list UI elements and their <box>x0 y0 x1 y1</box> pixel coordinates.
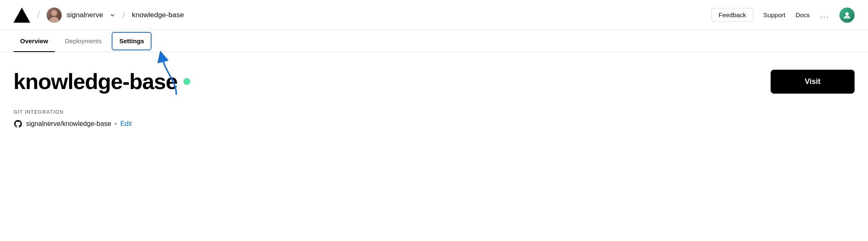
feedback-button[interactable]: Feedback <box>711 8 753 22</box>
tabs-bar: Overview Deployments Settings <box>0 30 868 52</box>
navbar-right: Feedback Support Docs ... <box>711 8 855 23</box>
user-menu-avatar[interactable] <box>839 8 855 23</box>
vercel-logo[interactable] <box>13 8 30 23</box>
status-indicator <box>183 78 190 85</box>
tab-overview[interactable]: Overview <box>13 30 55 52</box>
project-title: knowledge-base <box>13 69 178 94</box>
git-repo-row: signalnerve/knowledge-base • Edit <box>13 119 855 128</box>
tab-settings[interactable]: Settings <box>112 32 152 50</box>
project-title-row: knowledge-base <box>13 69 190 94</box>
tab-deployments[interactable]: Deployments <box>58 30 109 52</box>
separator-1: / <box>37 9 40 21</box>
username-label[interactable]: signalnerve <box>67 11 103 19</box>
navbar: / signalnerve / knowledge-base Feedback … <box>0 0 868 30</box>
github-icon <box>13 119 23 128</box>
git-section-label: GIT INTEGRATION <box>13 109 855 115</box>
svg-point-0 <box>845 12 849 16</box>
git-repo-name: signalnerve/knowledge-base <box>26 120 111 128</box>
edit-git-link[interactable]: Edit <box>120 120 132 128</box>
user-avatar[interactable] <box>47 8 62 23</box>
more-menu-button[interactable]: ... <box>820 10 829 20</box>
git-separator: • <box>115 120 117 128</box>
support-link[interactable]: Support <box>763 11 786 18</box>
visit-button[interactable]: Visit <box>771 70 855 94</box>
main-content: knowledge-base Visit GIT INTEGRATION sig… <box>0 52 868 145</box>
user-avatar-inner <box>839 8 855 23</box>
avatar-image <box>47 8 62 23</box>
chevron-down-icon[interactable] <box>109 12 116 18</box>
docs-link[interactable]: Docs <box>795 11 810 18</box>
user-silhouette-icon <box>843 11 851 19</box>
project-header: knowledge-base Visit <box>13 69 855 94</box>
navbar-left: / signalnerve / knowledge-base <box>13 8 711 23</box>
repo-name-label[interactable]: knowledge-base <box>132 11 184 19</box>
separator-2: / <box>123 9 125 21</box>
git-section: GIT INTEGRATION signalnerve/knowledge-ba… <box>13 109 855 128</box>
